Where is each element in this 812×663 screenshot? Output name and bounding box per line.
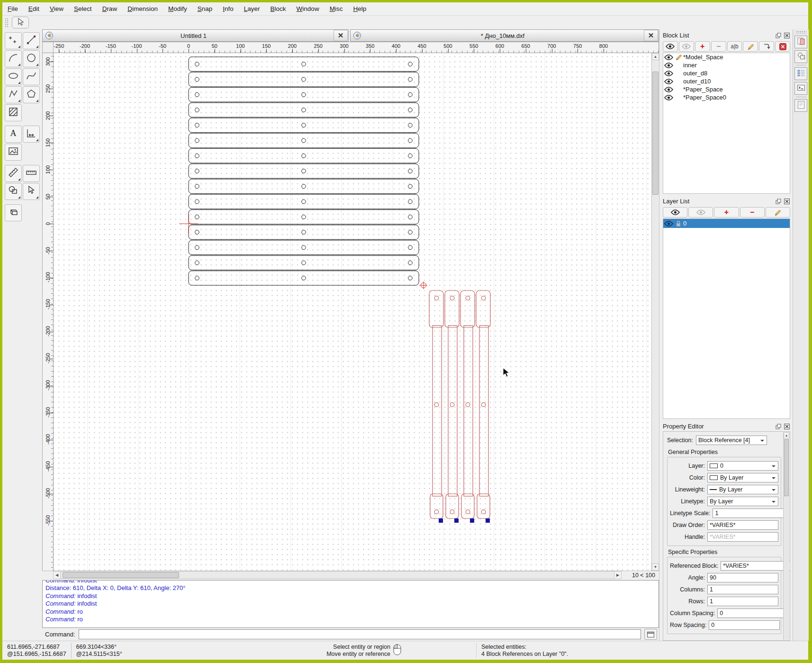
visibility-eye-icon[interactable] xyxy=(663,79,674,84)
toolbar-drag-handle[interactable] xyxy=(5,18,9,27)
delete-block-button[interactable] xyxy=(775,41,790,52)
close-panel-icon[interactable] xyxy=(783,423,790,429)
property-scrollbar[interactable]: ▲ xyxy=(783,432,789,640)
tab-dno-10mm[interactable]: * Дно_10мм.dxf ✕ xyxy=(350,29,659,42)
command-input[interactable] xyxy=(79,629,641,639)
vertical-scrollbar[interactable]: ▲ ▼ xyxy=(651,53,659,571)
menu-misc[interactable]: Misc xyxy=(325,4,348,14)
text-tool-button[interactable]: A xyxy=(5,126,22,143)
modify-tool-button[interactable] xyxy=(23,183,40,200)
menu-file[interactable]: File xyxy=(2,4,23,14)
tab-close-button[interactable]: ✕ xyxy=(334,30,348,41)
remove-block-button[interactable]: − xyxy=(711,41,726,52)
polygon-tool-button[interactable] xyxy=(23,86,40,103)
property-input[interactable]: 90 xyxy=(707,573,778,582)
tab-close-button[interactable]: ✕ xyxy=(644,30,658,41)
visibility-eye-icon[interactable] xyxy=(663,87,674,92)
hatch-tool-button[interactable] xyxy=(5,104,22,121)
horizontal-scrollbar[interactable]: ◀ ▶ xyxy=(53,571,622,579)
property-input[interactable]: 1 xyxy=(707,597,778,606)
selection-dropdown[interactable]: Block Reference [4] xyxy=(696,436,767,445)
property-input[interactable]: 0 xyxy=(709,620,780,630)
add-block-button[interactable]: + xyxy=(695,41,710,52)
property-dropdown[interactable]: 0 xyxy=(707,461,778,471)
menu-info[interactable]: Info xyxy=(217,4,239,14)
lock-icon[interactable] xyxy=(674,220,683,227)
polyline-tool-button[interactable] xyxy=(5,86,22,103)
edit-pencil-button[interactable] xyxy=(743,41,758,52)
block-list-item[interactable]: inner xyxy=(663,61,790,69)
vertical-scroll-thumb[interactable] xyxy=(652,72,659,195)
block-list-item[interactable]: outer_d10 xyxy=(663,77,790,85)
menu-edit[interactable]: Edit xyxy=(23,4,45,14)
dimension-tool-button[interactable] xyxy=(23,126,40,143)
remove-layer-button[interactable]: − xyxy=(740,207,765,218)
command-line-toggle-button[interactable] xyxy=(794,82,807,95)
show-all-eye-button[interactable] xyxy=(663,207,687,218)
block-list-item[interactable]: *Paper_Space0 xyxy=(663,93,790,101)
add-layer-button[interactable]: + xyxy=(714,207,739,218)
scroll-down-icon[interactable]: ▼ xyxy=(652,563,659,571)
shapes-tool-button[interactable] xyxy=(5,183,22,200)
property-input[interactable]: *VARIES* xyxy=(707,520,778,530)
drawing-canvas[interactable] xyxy=(54,53,651,571)
visibility-eye-icon[interactable] xyxy=(663,71,674,76)
scroll-up-icon[interactable]: ▲ xyxy=(784,432,789,438)
property-input[interactable]: 1 xyxy=(713,509,784,518)
tab-untitled-1[interactable]: Untitled 1 ✕ xyxy=(42,29,349,42)
menu-draw[interactable]: Draw xyxy=(97,4,123,14)
visibility-eye-icon[interactable] xyxy=(663,54,674,60)
visibility-eye-icon[interactable] xyxy=(663,63,674,68)
visibility-eye-icon[interactable] xyxy=(663,95,674,100)
hide-all-eye-button[interactable] xyxy=(679,41,694,52)
menu-modify[interactable]: Modify xyxy=(163,4,192,14)
shapes-toggle-button[interactable] xyxy=(794,50,807,63)
menu-snap[interactable]: Snap xyxy=(192,4,218,14)
property-input[interactable]: 1 xyxy=(707,585,778,594)
insert-block-button[interactable] xyxy=(759,41,774,52)
ellipse-tool-button[interactable] xyxy=(5,68,22,85)
scroll-up-icon[interactable]: ▲ xyxy=(652,53,659,60)
points-tool-button[interactable] xyxy=(5,32,22,49)
float-panel-icon[interactable] xyxy=(775,198,782,204)
show-all-eye-button[interactable] xyxy=(663,41,678,52)
block-toggle-button[interactable] xyxy=(794,36,807,48)
property-input[interactable]: *VARIES* xyxy=(721,561,790,571)
visibility-eye-icon[interactable] xyxy=(663,221,674,227)
block-list-item[interactable]: *Paper_Space xyxy=(663,85,790,93)
menu-block[interactable]: Block xyxy=(265,4,291,14)
menu-window[interactable]: Window xyxy=(291,4,325,14)
property-scroll-thumb[interactable] xyxy=(784,439,789,496)
scroll-left-icon[interactable]: ◀ xyxy=(54,572,61,579)
property-dropdown[interactable]: By Layer xyxy=(707,485,778,494)
close-panel-icon[interactable] xyxy=(783,198,790,204)
solid-tool-button[interactable] xyxy=(5,204,22,221)
arc-tool-button[interactable] xyxy=(5,50,22,67)
rename-ab-button[interactable]: a|b xyxy=(727,41,742,52)
horizontal-scroll-thumb[interactable] xyxy=(63,572,179,578)
scroll-right-icon[interactable]: ▶ xyxy=(614,572,621,579)
property-dropdown[interactable]: By Layer xyxy=(707,473,778,482)
close-panel-icon[interactable] xyxy=(783,32,790,38)
menu-view[interactable]: View xyxy=(45,4,69,14)
spline-tool-button[interactable] xyxy=(23,68,40,85)
property-dropdown[interactable]: By Layer xyxy=(707,497,778,506)
notes-toggle-button[interactable] xyxy=(794,99,807,112)
layer-list-item[interactable]: 0 xyxy=(663,219,790,228)
float-panel-icon[interactable] xyxy=(775,32,782,38)
measure-tool-button[interactable] xyxy=(5,165,22,182)
block-list-item[interactable]: *Model_Space xyxy=(663,53,790,61)
selection-tool-button[interactable] xyxy=(12,17,29,28)
menu-help[interactable]: Help xyxy=(348,4,371,14)
property-input[interactable]: *VARIES* xyxy=(707,532,778,542)
library-browser-toggle-button[interactable] xyxy=(794,67,807,80)
block-list-item[interactable]: outer_d8 xyxy=(663,69,790,77)
line-tool-button[interactable] xyxy=(23,32,40,49)
menu-layer[interactable]: Layer xyxy=(239,4,265,14)
dock-drag-handle[interactable] xyxy=(796,31,806,34)
float-panel-icon[interactable] xyxy=(775,423,782,429)
menu-select[interactable]: Select xyxy=(69,4,97,14)
hide-all-eye-button[interactable] xyxy=(688,207,713,218)
property-input[interactable]: 0 xyxy=(717,609,788,618)
ruler-tool-button[interactable] xyxy=(23,165,40,182)
